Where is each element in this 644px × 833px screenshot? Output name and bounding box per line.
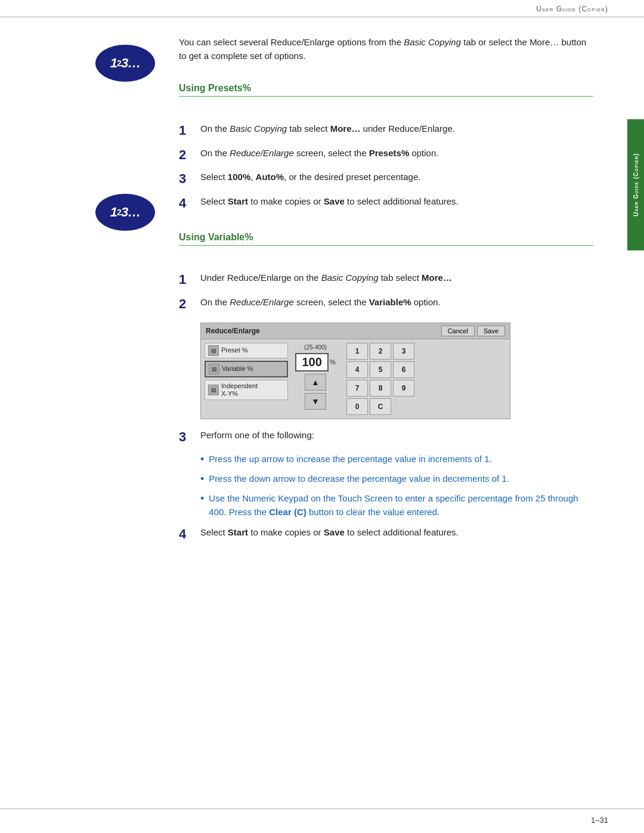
step-1-3: 3 Select 100%, Auto%, or the desired pre… — [179, 171, 593, 188]
section1-heading-row: Using Presets% — [179, 75, 593, 97]
section2-heading: Using Variable% — [179, 232, 253, 243]
step-2-3: 3 Perform one of the following: — [179, 429, 593, 446]
step-2-1: 1 Under Reduce/Enlarge on the Basic Copy… — [179, 271, 593, 289]
section1-heading: Using Presets% — [179, 83, 251, 94]
preset-label: Preset % — [221, 346, 248, 354]
numpad-9[interactable]: 9 — [393, 380, 414, 397]
bullet-item-3: • Use the Numeric Keypad on the Touch Sc… — [200, 492, 593, 519]
section2-steps: 1 Under Reduce/Enlarge on the Basic Copy… — [179, 271, 593, 543]
numpad-c[interactable]: C — [370, 398, 391, 415]
preset-icon: ▤ — [208, 345, 219, 356]
variable-icon: ▤ — [209, 364, 219, 374]
up-arrow-button[interactable]: ▲ — [305, 374, 326, 391]
page-header: User Guide (Copier) — [536, 5, 608, 13]
numpad-3[interactable]: 3 — [393, 343, 414, 360]
screen-center: (25-400) 100 % ▲ ▼ — [292, 343, 339, 415]
variable-option[interactable]: ▤ Variable % — [205, 361, 288, 377]
top-rule — [0, 17, 644, 17]
value-box: 100 — [295, 353, 329, 371]
step-2-4: 4 Select Start to make copies or Save to… — [179, 526, 593, 543]
variable-label: Variable % — [222, 365, 253, 373]
down-arrow-button[interactable]: ▼ — [305, 393, 326, 410]
numpad-6[interactable]: 6 — [393, 361, 414, 378]
step-2-2: 2 On the Reduce/Enlarge screen, select t… — [179, 296, 593, 313]
screen-body: ▤ Preset % ▤ Variable % ▤ Independent X-… — [201, 339, 510, 419]
bottom-rule — [0, 809, 644, 809]
screen-mockup: Reduce/Enlarge Cancel Save ▤ Preset % ▤ … — [200, 323, 510, 419]
bullet-text-3: Use the Numeric Keypad on the Touch Scre… — [209, 492, 593, 519]
side-tab: User Guide (Copier) — [627, 119, 644, 250]
independent-label: Independent X-Y% — [221, 382, 258, 398]
header-title: User Guide (Copier) — [536, 5, 608, 13]
numpad-0[interactable]: 0 — [346, 398, 368, 415]
badge-area-1: Using Presets% 123… — [36, 75, 611, 122]
save-button[interactable]: Save — [477, 326, 505, 336]
bullet-list: • Press the up arrow to increase the per… — [200, 453, 593, 519]
badge-2: 123… — [95, 194, 155, 231]
numpad-2[interactable]: 2 — [370, 343, 391, 360]
screen-title: Reduce/Enlarge — [206, 327, 439, 335]
bullet-dot-2: • — [200, 471, 204, 487]
pct-label: % — [330, 358, 336, 366]
screen-left-options: ▤ Preset % ▤ Variable % ▤ Independent X-… — [205, 343, 288, 415]
independent-option[interactable]: ▤ Independent X-Y% — [205, 380, 288, 400]
numpad-7[interactable]: 7 — [346, 380, 368, 397]
step-1-1: 1 On the Basic Copying tab select More… … — [179, 122, 593, 140]
bullet-text-1: Press the up arrow to increase the perce… — [209, 453, 491, 466]
numpad-5[interactable]: 5 — [370, 361, 391, 378]
numpad-1[interactable]: 1 — [346, 343, 368, 360]
range-label: (25-400) — [304, 344, 327, 351]
step-1-2: 2 On the Reduce/Enlarge screen, select t… — [179, 147, 593, 164]
badge-area-2: Using Variable% 123… — [36, 224, 611, 271]
numpad-8[interactable]: 8 — [370, 380, 391, 397]
bullet-item-2: • Press the down arrow to decrease the p… — [200, 472, 593, 487]
intro-paragraph: You can select several Reduce/Enlarge op… — [179, 36, 593, 63]
step-1-4: 4 Select Start to make copies or Save to… — [179, 195, 593, 212]
main-content: You can select several Reduce/Enlarge op… — [36, 30, 611, 803]
bullet-dot-1: • — [200, 451, 204, 467]
badge-1: 123… — [95, 45, 155, 82]
bullet-text-2: Press the down arrow to decrease the per… — [209, 472, 509, 486]
cancel-button[interactable]: Cancel — [441, 326, 475, 336]
numpad-4[interactable]: 4 — [346, 361, 368, 378]
page-number: 1–31 — [591, 816, 608, 825]
numpad: 1 2 3 4 5 6 7 8 9 0 C — [346, 343, 414, 415]
screen-header: Reduce/Enlarge Cancel Save — [201, 323, 510, 339]
independent-icon: ▤ — [208, 385, 219, 395]
bullet-item-1: • Press the up arrow to increase the per… — [200, 453, 593, 467]
section2-heading-row: Using Variable% — [179, 224, 593, 246]
preset-option[interactable]: ▤ Preset % — [205, 343, 288, 358]
section1-steps: 1 On the Basic Copying tab select More… … — [179, 122, 593, 212]
bullet-dot-3: • — [200, 491, 204, 507]
